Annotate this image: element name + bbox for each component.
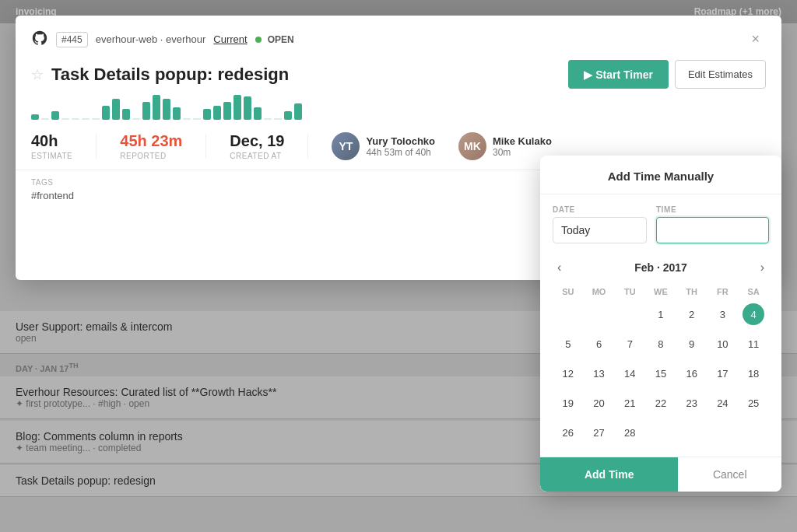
calendar-day-number[interactable]: 14 <box>619 362 641 384</box>
calendar-day[interactable]: 9 <box>676 329 707 359</box>
calendar-day[interactable]: 24 <box>707 388 739 418</box>
calendar-day-number[interactable]: 12 <box>557 362 579 384</box>
calendar-day-number[interactable]: 8 <box>650 333 672 355</box>
chart-bar <box>112 99 120 120</box>
stat-divider-2 <box>205 135 206 158</box>
star-icon[interactable]: ☆ <box>31 66 44 83</box>
date-input[interactable] <box>553 217 647 243</box>
weekday-fr: FR <box>707 284 739 299</box>
chart-bar <box>92 118 100 120</box>
breadcrumb-link[interactable]: Current <box>213 33 247 45</box>
cancel-button[interactable]: Cancel <box>678 457 781 492</box>
calendar-day-number[interactable]: 28 <box>619 422 641 443</box>
calendar-day[interactable]: 20 <box>584 388 615 418</box>
calendar-day[interactable]: 13 <box>584 359 615 388</box>
edit-estimates-button[interactable]: Edit Estimates <box>675 60 766 89</box>
weekday-sa: SA <box>738 284 769 299</box>
calendar-day-number[interactable]: 1 <box>650 303 672 325</box>
calendar-day[interactable]: 6 <box>584 329 615 359</box>
selected-day[interactable]: 4 <box>743 303 764 325</box>
calendar-day-number[interactable]: 23 <box>681 392 703 414</box>
calendar-day-number[interactable]: 3 <box>711 303 733 325</box>
calendar-day <box>553 299 584 329</box>
close-button[interactable]: × <box>745 28 766 51</box>
calendar-day[interactable]: 28 <box>614 418 645 447</box>
user-name-1: Yury Tolochko <box>366 135 435 147</box>
calendar-day[interactable]: 23 <box>676 388 707 418</box>
add-time-popup: Add Time Manually DATE TIME ‹ Feb · 2017… <box>540 156 781 492</box>
calendar-day-number[interactable]: 22 <box>650 392 672 414</box>
calendar-day[interactable]: 22 <box>645 388 676 418</box>
weekday-th: TH <box>676 284 707 299</box>
start-timer-button[interactable]: ▶ Start Timer <box>568 60 669 89</box>
calendar-day[interactable]: 8 <box>645 329 676 359</box>
calendar-day-number[interactable]: 26 <box>557 422 579 443</box>
calendar-day <box>645 418 676 447</box>
chart-bar <box>284 111 292 120</box>
calendar-day[interactable]: 21 <box>614 388 645 418</box>
calendar-day-number[interactable]: 2 <box>681 303 703 325</box>
stat-reported: 45h 23m REPORTED <box>120 132 182 160</box>
calendar-day[interactable]: 1 <box>645 299 676 329</box>
calendar-day-number[interactable]: 6 <box>588 333 610 355</box>
calendar-day[interactable]: 10 <box>707 329 739 359</box>
calendar-day-number[interactable]: 11 <box>743 333 764 355</box>
calendar-day-number[interactable]: 17 <box>711 362 733 384</box>
chart-bar <box>274 118 282 120</box>
calendar-day[interactable]: 18 <box>738 359 769 388</box>
reported-label: REPORTED <box>120 152 182 160</box>
calendar-day <box>738 418 769 447</box>
popup-title: Add Time Manually <box>540 156 781 194</box>
calendar-day[interactable]: 7 <box>614 329 645 359</box>
calendar-day[interactable]: 14 <box>614 359 645 388</box>
github-icon <box>31 30 48 50</box>
calendar-day[interactable]: 17 <box>707 359 739 388</box>
calendar-day[interactable]: 16 <box>676 359 707 388</box>
calendar-day[interactable]: 4 <box>738 299 769 329</box>
chart-bar <box>223 102 231 120</box>
calendar-day-number[interactable]: 18 <box>743 362 764 384</box>
calendar-day-number[interactable]: 21 <box>619 392 641 414</box>
task-actions: ▶ Start Timer Edit Estimates <box>568 60 766 89</box>
add-time-button[interactable]: Add Time <box>540 457 678 492</box>
estimate-value: 40h <box>31 132 72 150</box>
calendar-day-number[interactable]: 19 <box>557 392 579 414</box>
calendar-day-number[interactable]: 20 <box>588 392 610 414</box>
prev-month-button[interactable]: ‹ <box>553 259 566 276</box>
chart-bar <box>82 118 90 120</box>
calendar-day[interactable]: 25 <box>738 388 769 418</box>
calendar-day-number[interactable]: 13 <box>588 362 610 384</box>
calendar: ‹ Feb · 2017 › SU MO TU WE TH FR SA 1234… <box>540 250 781 450</box>
calendar-weekdays: SU MO TU WE TH FR SA <box>553 284 769 299</box>
calendar-day[interactable]: 15 <box>645 359 676 388</box>
chart-bar <box>264 118 272 120</box>
chart-bar <box>213 106 221 120</box>
calendar-day-number[interactable]: 25 <box>743 392 764 414</box>
calendar-day-number[interactable]: 16 <box>681 362 703 384</box>
calendar-day[interactable]: 11 <box>738 329 769 359</box>
calendar-day-number[interactable]: 5 <box>557 333 579 355</box>
calendar-day[interactable]: 19 <box>553 388 584 418</box>
stat-estimate: 40h ESTIMATE <box>31 132 72 160</box>
calendar-day-number[interactable]: 9 <box>681 333 703 355</box>
calendar-day-number[interactable]: 27 <box>588 422 610 443</box>
calendar-day[interactable]: 26 <box>553 418 584 447</box>
date-field-group: DATE <box>553 205 647 243</box>
calendar-day-number[interactable]: 24 <box>711 392 733 414</box>
chart-bar <box>193 118 201 120</box>
calendar-day[interactable]: 27 <box>584 418 615 447</box>
modal-header: #445 everhour-web · everhour Current OPE… <box>16 16 781 51</box>
calendar-day[interactable]: 12 <box>553 359 584 388</box>
next-month-button[interactable]: › <box>756 259 769 276</box>
calendar-day[interactable]: 3 <box>707 299 739 329</box>
calendar-day-number[interactable]: 7 <box>619 333 641 355</box>
avatar-2: MK <box>458 132 486 160</box>
chart-bar <box>294 103 302 120</box>
calendar-day[interactable]: 2 <box>676 299 707 329</box>
weekday-su: SU <box>553 284 584 299</box>
user-name-2: Mike Kulako <box>493 135 552 147</box>
time-input[interactable] <box>656 217 769 243</box>
calendar-day-number[interactable]: 15 <box>650 362 672 384</box>
calendar-day[interactable]: 5 <box>553 329 584 359</box>
calendar-day-number[interactable]: 10 <box>711 333 733 355</box>
